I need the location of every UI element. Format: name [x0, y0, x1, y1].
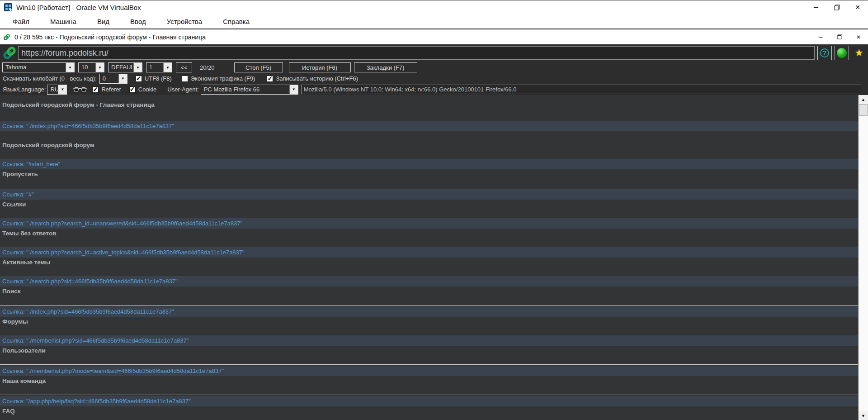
scrollbar-thumb[interactable] [859, 104, 868, 116]
browser-app: ? ★ Tahoma ▼ 10 ▼ DEFAULT_ ▼ 1 ▼ << 20/ [0, 44, 868, 420]
utf8-checkbox[interactable] [136, 76, 142, 82]
menu-file[interactable]: Файл [6, 16, 36, 27]
menu-help[interactable]: Справка [217, 16, 256, 27]
section-divider [0, 188, 858, 188]
address-bar-row: ? ★ [0, 44, 868, 62]
chevron-down-icon: ▼ [133, 63, 142, 72]
link-row[interactable]: Ссылка: "./index.php?sid=466f5db35b9f6ae… [0, 306, 858, 317]
download-options-toolbar: Скачивать килобайт (0 - весь код): 0 ▼ U… [0, 73, 868, 84]
content-title: Подольский городской форум - Главная стр… [2, 101, 858, 108]
scroll-up-button[interactable]: ▲ [859, 95, 868, 104]
text-label: Темы без ответов [2, 230, 858, 237]
cookie-label: Cookie [138, 86, 156, 93]
user-agent-select[interactable]: PC Mozilla Firefox 66 ▼ [201, 85, 298, 95]
vbox-window-title: Win10 [Работает] - Oracle VM VirtualBox [16, 4, 806, 11]
help-icon: ? [820, 48, 829, 57]
kilobytes-select[interactable]: 0 ▼ [99, 74, 127, 84]
font-size-select[interactable]: 10 ▼ [78, 62, 104, 72]
browser-close-button[interactable]: ✕ [849, 29, 868, 44]
user-agent-label: User-Agent: [167, 86, 198, 93]
link-row[interactable]: Ссылка: "#start_here" [0, 159, 858, 169]
browser-restore-button[interactable] [830, 29, 849, 44]
chevron-down-icon: ▼ [163, 63, 172, 72]
language-select[interactable]: RU ▼ [47, 85, 67, 95]
font-family-select[interactable]: Tahoma ▼ [2, 62, 75, 72]
virtualbox-vm-icon: 10 [4, 3, 13, 12]
spacer [0, 131, 858, 140]
link-row[interactable]: Ссылка: "./memberlist.php?sid=466f5db35b… [0, 335, 858, 346]
page-counter: 20/20 [200, 64, 215, 71]
link-row[interactable]: Ссылка: "/app.php/help/faq?sid=466f5db35… [0, 396, 858, 406]
menu-input[interactable]: Ввод [124, 16, 152, 27]
text-label: Форумы [2, 318, 858, 325]
chevron-down-icon: ▼ [58, 85, 66, 94]
svg-text:10: 10 [9, 8, 13, 11]
go-button[interactable] [835, 46, 849, 60]
text-label: FAQ [2, 408, 858, 415]
text-label: Пользователи [2, 347, 858, 354]
page-content: Подольский городской форум - Главная стр… [0, 95, 858, 420]
text-label: Подольский городской форум [2, 142, 858, 148]
vbox-close-button[interactable]: ✕ [847, 0, 868, 14]
star-icon: ★ [854, 48, 863, 58]
log-history-label: Записывать историю (Ctrl+F6) [276, 75, 358, 82]
bookmark-star-button[interactable]: ★ [852, 46, 866, 60]
scroll-down-button[interactable]: ▼ [859, 411, 868, 420]
user-agent-input[interactable] [301, 85, 861, 94]
link-row[interactable]: Ссылка: "./memberlist.php?mode=team&sid=… [0, 366, 858, 376]
link-row[interactable]: Ссылка: "./search.php?search_id=active_t… [0, 247, 858, 258]
text-label: Наша команда [2, 377, 858, 384]
section-divider [0, 395, 858, 395]
text-label: Пропустить [2, 171, 858, 177]
browser-minimize-button[interactable]: ─ [811, 29, 830, 44]
main-toolbar: Tahoma ▼ 10 ▼ DEFAULT_ ▼ 1 ▼ << 20/20 Ст… [0, 62, 868, 73]
content-area: Подольский городской форум - Главная стр… [0, 95, 868, 420]
browser-titlebar: 0 / 28 595 пкс - Подольский городской фо… [0, 29, 868, 44]
menu-machine[interactable]: Машина [44, 16, 83, 27]
cookie-checkbox[interactable] [129, 86, 136, 93]
scrollbar-track[interactable] [859, 116, 868, 411]
section-divider [0, 364, 858, 365]
url-input[interactable] [18, 46, 815, 60]
app-logo-icon [1, 45, 18, 61]
bookmarks-button[interactable]: Закладки (F7) [354, 62, 417, 72]
traffic-saving-label: Экономия трафика (F9) [191, 75, 255, 82]
chevron-down-icon: ▼ [95, 63, 104, 72]
tab-number-select[interactable]: 1 ▼ [146, 62, 172, 72]
text-label: Активные темы [2, 259, 858, 266]
referer-label: Referer [101, 86, 121, 93]
link-row[interactable]: Ссылка: "./search.php?sid=466f5db35b9f6a… [0, 276, 858, 286]
language-label: Язык/Language: [3, 86, 46, 93]
link-row[interactable]: Ссылка: "#" [0, 189, 858, 200]
profile-select[interactable]: DEFAULT_ ▼ [108, 62, 142, 72]
vbox-menubar: Файл Машина Вид Ввод Устройства Справка [0, 14, 868, 29]
chevron-down-icon: ▼ [118, 74, 127, 83]
browser-app-icon [3, 33, 11, 41]
stop-button[interactable]: Стоп (F5) [234, 62, 283, 72]
vbox-minimize-button[interactable]: ─ [806, 0, 826, 14]
green-sphere-icon [837, 48, 847, 58]
menu-view[interactable]: Вид [91, 16, 116, 27]
link-row[interactable]: Ссылка: "./index.php?sid=466f5db35b9f6ae… [0, 121, 858, 131]
help-button[interactable]: ? [817, 46, 832, 60]
referer-checkbox[interactable] [92, 86, 99, 93]
traffic-saving-checkbox[interactable] [182, 76, 188, 82]
agent-toolbar: Язык/Language: RU ▼ Referer Cookie User-… [0, 84, 868, 95]
back-button[interactable]: << [176, 62, 192, 72]
chevron-down-icon: ▼ [66, 63, 74, 72]
glasses-icon[interactable] [72, 86, 88, 93]
virtualbox-window: 10 Win10 [Работает] - Oracle VM VirtualB… [0, 0, 868, 420]
log-history-checkbox[interactable] [267, 76, 273, 82]
history-button[interactable]: История (F6) [289, 62, 351, 72]
utf8-label: UTF8 (F8) [145, 75, 172, 82]
menu-devices[interactable]: Устройства [160, 16, 208, 27]
vertical-scrollbar[interactable]: ▲ ▼ [858, 95, 868, 420]
kilobytes-label: Скачивать килобайт (0 - весь код): [3, 75, 97, 82]
browser-window-title: 0 / 28 595 пкс - Подольский городской фо… [14, 33, 811, 41]
text-label: Поиск [2, 288, 858, 295]
link-row[interactable]: Ссылка: "./search.php?search_id=unanswer… [0, 218, 858, 229]
vbox-restore-button[interactable] [826, 0, 847, 14]
vbox-titlebar: 10 Win10 [Работает] - Oracle VM VirtualB… [0, 0, 868, 14]
section-divider [0, 305, 858, 305]
text-label: Ссылки [2, 201, 858, 208]
